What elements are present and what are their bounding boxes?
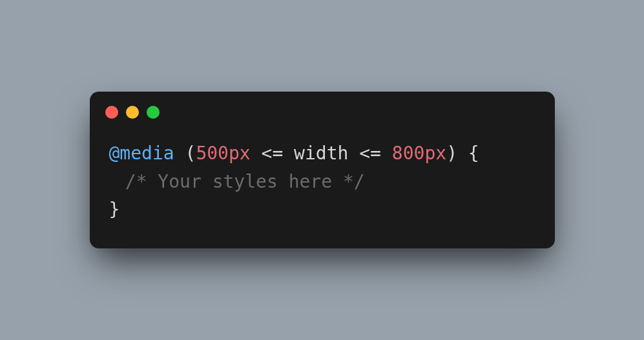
operator: <= (359, 143, 381, 164)
operator: <= (262, 143, 284, 164)
code-comment: /* Your styles here */ (125, 171, 365, 192)
identifier: width (294, 143, 348, 164)
paren-open: ( (185, 143, 196, 164)
brace-close: } (109, 199, 120, 220)
code-value: 500px (196, 143, 250, 164)
at-rule-keyword: @media (109, 143, 174, 164)
code-window: @media (500px <= width <= 800px) { /* Yo… (90, 92, 555, 248)
minimize-icon[interactable] (126, 106, 139, 119)
brace-open: { (468, 143, 479, 164)
maximize-icon[interactable] (147, 106, 160, 119)
window-titlebar (90, 92, 555, 125)
close-icon[interactable] (105, 106, 118, 119)
code-block: @media (500px <= width <= 800px) { /* Yo… (90, 125, 555, 248)
paren-close: ) (446, 143, 457, 164)
code-value: 800px (392, 143, 446, 164)
